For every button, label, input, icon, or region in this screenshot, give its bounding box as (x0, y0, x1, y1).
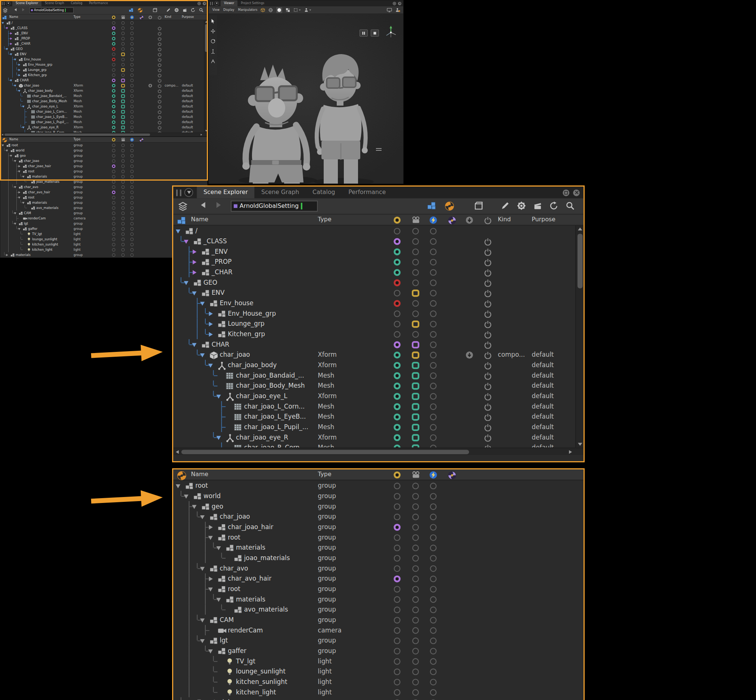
render-column-icon[interactable] (121, 15, 125, 19)
viewport-3d[interactable] (209, 14, 404, 184)
render-toggle[interactable] (411, 606, 419, 614)
trigger-column-icon[interactable] (429, 471, 437, 479)
trigger-toggle[interactable] (429, 492, 437, 500)
enabled-toggle[interactable] (158, 78, 162, 83)
translate-tool[interactable] (210, 28, 216, 34)
tab-scene-graph[interactable]: Scene Graph (255, 187, 306, 198)
scroll-down-button[interactable] (204, 129, 208, 133)
visibility-toggle[interactable] (393, 502, 401, 511)
trigger-toggle[interactable] (429, 606, 437, 614)
render-toggle[interactable] (121, 68, 125, 72)
tree-row[interactable]: GEO (0, 46, 208, 52)
expander-closed-icon[interactable] (207, 310, 214, 317)
expander-open-icon[interactable] (215, 392, 222, 399)
arnold-column-icon[interactable] (139, 138, 144, 142)
render-toggle[interactable] (121, 180, 125, 184)
visibility-column-icon[interactable] (112, 15, 116, 19)
visibility-toggle[interactable] (112, 94, 116, 98)
drag-grip-icon[interactable] (176, 189, 182, 196)
render-toggle[interactable] (411, 247, 419, 256)
render-toggle[interactable] (411, 688, 419, 696)
render-column-icon[interactable] (411, 471, 420, 479)
expander-open-icon[interactable] (191, 289, 197, 296)
scroll-thumb[interactable] (205, 24, 208, 52)
vertical-scrollbar[interactable] (575, 226, 584, 448)
tree-row[interactable]: rootgroup (0, 142, 208, 148)
expander-closed-icon[interactable] (191, 248, 197, 255)
render-toggle[interactable] (411, 657, 419, 665)
close-button[interactable] (398, 2, 401, 5)
enabled-toggle[interactable] (484, 340, 491, 348)
render-toggle[interactable] (411, 289, 419, 297)
render-toggle[interactable] (121, 164, 125, 168)
render-toggle[interactable] (121, 242, 125, 247)
visibility-column-icon[interactable] (393, 216, 401, 224)
trigger-toggle[interactable] (429, 512, 437, 521)
checker-background-icon[interactable] (286, 8, 290, 12)
arnold-column-icon[interactable] (447, 216, 456, 225)
visibility-toggle[interactable] (393, 637, 401, 645)
tree-row[interactable]: / (173, 226, 584, 236)
render-toggle[interactable] (411, 512, 419, 521)
scroll-thumb-horizontal[interactable] (182, 450, 469, 454)
trigger-toggle[interactable] (429, 423, 437, 431)
tab-catalog[interactable]: Catalog (306, 187, 341, 198)
trigger-toggle[interactable] (429, 371, 437, 380)
trigger-toggle[interactable] (429, 637, 437, 645)
tree-row[interactable]: Env_house (0, 57, 208, 62)
visibility-toggle[interactable] (393, 564, 401, 572)
render-toggle[interactable] (121, 31, 125, 36)
trigger-toggle[interactable] (130, 31, 134, 36)
enabled-toggle[interactable] (484, 392, 491, 400)
visibility-toggle[interactable] (112, 148, 116, 153)
scroll-up-button[interactable] (204, 20, 208, 23)
stop-button[interactable] (371, 30, 379, 37)
tree-row[interactable]: rootgroup (0, 169, 208, 174)
render-toggle[interactable] (411, 351, 419, 359)
render-toggle[interactable] (121, 253, 125, 257)
trigger-toggle[interactable] (130, 105, 134, 109)
render-toggle[interactable] (121, 58, 125, 62)
trigger-toggle[interactable] (130, 148, 134, 153)
tree-row[interactable]: Env_House_grp (173, 308, 584, 319)
render-toggle[interactable] (121, 143, 125, 147)
expander-open-icon[interactable] (5, 149, 9, 152)
tree-row[interactable]: _CLASS (173, 236, 584, 246)
expander-open-icon[interactable] (175, 228, 182, 234)
render-toggle[interactable] (121, 62, 125, 67)
tab-scene-explorer[interactable]: Scene Explorer (197, 187, 255, 198)
expander-closed-icon[interactable] (9, 37, 13, 40)
shaded-sphere-button[interactable] (276, 7, 282, 13)
visibility-column-icon[interactable] (112, 138, 116, 142)
tree-row[interactable]: char_joao_bodyXformdefault (173, 360, 584, 370)
trigger-toggle[interactable] (429, 482, 437, 490)
trigger-toggle[interactable] (429, 382, 437, 390)
trigger-toggle[interactable] (130, 52, 134, 56)
trigger-toggle[interactable] (429, 564, 437, 572)
render-slate-icon[interactable] (183, 8, 187, 12)
tree-row[interactable]: Kitchen_grp (0, 72, 208, 78)
tree-row[interactable]: char_joaogroup (173, 512, 584, 522)
visibility-toggle[interactable] (393, 678, 401, 686)
tab-scene-graph[interactable]: Scene Graph (41, 0, 67, 6)
column-header-purpose[interactable]: Purpose (532, 214, 555, 225)
visibility-toggle[interactable] (393, 585, 401, 593)
tree-row[interactable]: char_joao_eye_RXformdefault (173, 432, 584, 442)
render-toggle[interactable] (121, 159, 125, 163)
enabled-column-icon[interactable] (158, 15, 162, 19)
tree-row[interactable]: char_joao_L_Pupil_...Meshdefault (173, 422, 584, 432)
trigger-toggle[interactable] (130, 120, 134, 124)
tree-row[interactable]: geogroup (0, 153, 208, 158)
trigger-toggle[interactable] (429, 647, 437, 655)
export-icon[interactable] (153, 8, 157, 12)
visibility-toggle[interactable] (393, 626, 401, 634)
tree-row[interactable]: char_joao_R_Corn...Meshdefault (173, 442, 584, 448)
expander-open-icon[interactable] (207, 362, 214, 368)
render-toggle[interactable] (121, 148, 125, 153)
horizontal-scrollbar[interactable] (0, 133, 208, 136)
visibility-toggle[interactable] (393, 595, 401, 603)
visibility-toggle[interactable] (112, 248, 116, 252)
render-toggle[interactable] (121, 185, 125, 189)
visibility-toggle[interactable] (393, 554, 401, 562)
trigger-toggle[interactable] (130, 190, 134, 194)
